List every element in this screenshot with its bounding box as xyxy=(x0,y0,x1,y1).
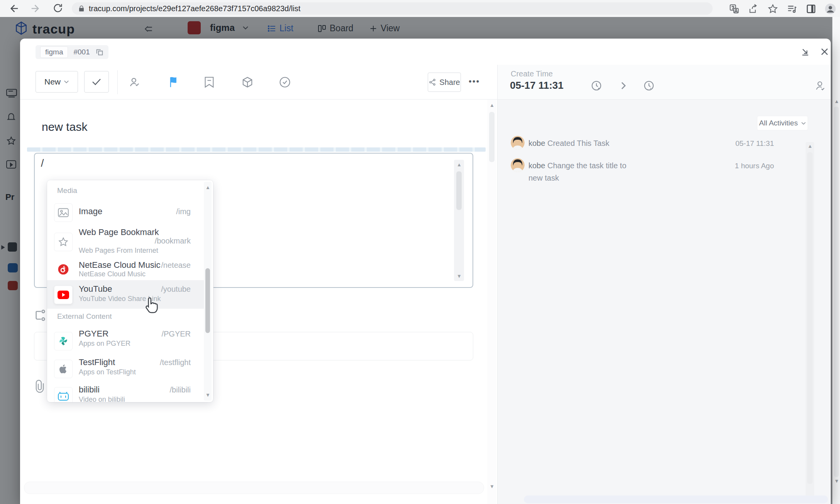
scroll-up-icon[interactable]: ▲ xyxy=(808,144,813,149)
content-h-scrollbar[interactable] xyxy=(24,482,484,494)
avatar[interactable] xyxy=(511,158,525,172)
priority-flag-icon[interactable] xyxy=(166,74,182,90)
menu-item-subtitle: Apps on PGYER xyxy=(79,340,130,348)
scroll-up-icon[interactable]: ▲ xyxy=(205,185,210,190)
export-icon[interactable] xyxy=(798,45,812,59)
menu-item-title: YouTube xyxy=(79,284,112,294)
task-title[interactable]: new task xyxy=(42,120,87,134)
start-time-icon[interactable] xyxy=(589,78,604,93)
reload-icon[interactable] xyxy=(52,3,64,14)
complete-check-button[interactable] xyxy=(84,71,109,93)
content-scrollbar[interactable]: ▲ ▼ xyxy=(487,100,496,504)
scroll-up-icon[interactable]: ▲ xyxy=(834,99,839,104)
menu-item-image[interactable]: Image /img xyxy=(47,199,204,226)
copy-link-icon[interactable] xyxy=(95,48,104,56)
panel-h-scrollbar[interactable] xyxy=(524,496,828,503)
chevron-down-icon xyxy=(801,122,806,125)
share-page-icon[interactable] xyxy=(748,3,759,14)
menu-item-title: NetEase Cloud Music xyxy=(79,260,161,270)
menu-item-netease[interactable]: NetEase Cloud Music /netease NetEase Clo… xyxy=(47,258,204,280)
activity-user[interactable]: kobe xyxy=(528,161,545,170)
slash-command-menu: Media Image /img Web Page Bookmark /book… xyxy=(47,180,213,402)
menu-item-youtube[interactable]: YouTube /youtube YouTube Video Share Lin… xyxy=(47,280,204,309)
menu-section-label: Media xyxy=(57,186,77,195)
create-time-label: Create Time xyxy=(511,69,553,78)
image-icon xyxy=(54,203,73,222)
avatar[interactable] xyxy=(511,136,525,150)
menu-item-title: Image xyxy=(79,206,102,216)
menu-item-command: /img xyxy=(176,207,191,216)
editor-scrollbar[interactable]: ▲ ▼ xyxy=(454,160,464,281)
menu-item-title: bilibili xyxy=(79,385,100,395)
url-text: tracup.com/projects/e29ef127aefe268e73f7… xyxy=(89,4,300,13)
page-scroll-thumb[interactable] xyxy=(834,107,839,477)
new-button[interactable]: New xyxy=(36,71,78,93)
menu-item-testflight[interactable]: TestFlight /testflight Apps on TestFligh… xyxy=(47,355,204,383)
tag-icon[interactable] xyxy=(201,74,217,90)
sidebar-toggle-icon[interactable] xyxy=(806,4,816,14)
forward-icon[interactable] xyxy=(30,3,42,14)
activity-row: kobe Change the task title to new task 1… xyxy=(498,158,806,189)
watcher-add-icon[interactable] xyxy=(813,78,828,93)
panel-scroll-thumb[interactable] xyxy=(807,152,813,484)
activity-time: 1 hours Ago xyxy=(735,162,774,170)
menu-item-subtitle: Video on bilibili xyxy=(79,396,125,402)
menu-scrollbar[interactable]: ▲ ▼ xyxy=(204,182,212,401)
cursor-hand-icon xyxy=(144,296,160,314)
menu-section-label: External Content xyxy=(57,312,112,321)
web-bookmark-star-icon xyxy=(54,233,73,251)
share-icon xyxy=(428,78,436,86)
scroll-down-icon[interactable]: ▼ xyxy=(457,274,462,279)
menu-item-subtitle: NetEase Cloud Music xyxy=(79,270,146,278)
menu-item-web-bookmark[interactable]: Web Page Bookmark /bookmark Web Pages Fr… xyxy=(47,226,204,258)
menu-item-title: PGYER xyxy=(79,329,108,339)
editor-text: / xyxy=(41,157,44,169)
task-modal: figma #001 New xyxy=(20,39,831,504)
content-scroll-thumb[interactable] xyxy=(489,112,495,162)
attachment-icon[interactable] xyxy=(34,380,46,393)
share-button[interactable]: Share xyxy=(428,73,461,92)
playlist-icon[interactable] xyxy=(787,3,798,14)
module-cube-icon[interactable] xyxy=(239,74,256,90)
activity-user[interactable]: kobe xyxy=(528,139,545,147)
menu-item-bilibili[interactable]: bilibili /bilibili Video on bilibili xyxy=(47,384,204,402)
chevron-right-icon xyxy=(616,78,631,93)
scroll-down-icon[interactable]: ▼ xyxy=(205,392,210,397)
activity-text-line2: new task xyxy=(528,174,559,183)
menu-item-pgyer[interactable]: PGYER /PGYER Apps on PGYER xyxy=(47,328,204,354)
activity-panel: Create Time 05-17 11:31 All Activities xyxy=(497,65,831,504)
address-bar[interactable]: tracup.com/projects/e29ef127aefe268e73f7… xyxy=(72,2,713,15)
close-icon[interactable] xyxy=(818,45,832,59)
activities-filter[interactable]: All Activities xyxy=(757,116,808,130)
scroll-down-icon[interactable]: ▼ xyxy=(834,479,839,484)
translate-icon[interactable] xyxy=(729,3,740,14)
menu-scroll-thumb[interactable] xyxy=(205,268,210,333)
menu-item-title: TestFlight xyxy=(79,357,115,367)
panel-scrollbar[interactable]: ▲ ▼ xyxy=(806,142,814,501)
menu-item-subtitle: Apps on TestFlight xyxy=(79,368,136,376)
more-button[interactable]: ••• xyxy=(469,76,480,86)
profile-avatar-icon[interactable] xyxy=(825,3,836,15)
scroll-down-icon[interactable]: ▼ xyxy=(489,484,495,489)
due-time-icon[interactable] xyxy=(641,78,657,93)
bookmark-star-icon[interactable] xyxy=(767,3,778,14)
breadcrumb-project[interactable]: figma xyxy=(40,46,68,58)
testflight-apple-icon xyxy=(54,360,73,378)
bilibili-icon xyxy=(54,387,73,402)
scroll-up-icon[interactable]: ▲ xyxy=(489,103,495,108)
menu-item-subtitle: Web Pages From Internet xyxy=(79,247,158,255)
editor-scroll-thumb[interactable] xyxy=(456,171,462,210)
scroll-up-icon[interactable]: ▲ xyxy=(457,162,462,167)
subtask-icon[interactable] xyxy=(34,309,47,322)
activity-row: kobe Created This Task 05-17 11:31 xyxy=(498,136,806,155)
netease-music-icon xyxy=(54,260,73,279)
page-scrollbar[interactable]: ▲ ▼ xyxy=(832,17,840,504)
create-time-value: 05-17 11:31 xyxy=(510,79,564,91)
menu-item-command: /testflight xyxy=(160,358,191,367)
back-icon[interactable] xyxy=(8,3,19,14)
pgyer-icon xyxy=(54,332,73,350)
selection-strip xyxy=(27,147,486,152)
panel-body: All Activities kobe Created This Task 05… xyxy=(498,100,831,504)
status-check-icon[interactable] xyxy=(277,74,293,90)
assignee-icon[interactable] xyxy=(126,74,142,90)
